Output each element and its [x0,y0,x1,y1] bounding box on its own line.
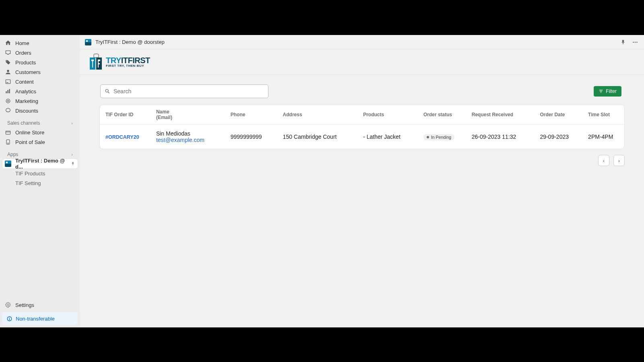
svg-point-16 [635,41,636,43]
content-icon [5,78,11,85]
sidebar-item-marketing[interactable]: Marketing [2,96,78,106]
request-received: 26-09-2023 11:32 [468,125,536,149]
status-badge: In Pending [423,134,454,140]
sidebar-item-settings[interactable]: Settings [2,300,78,310]
sidebar-item-label: Content [15,79,34,85]
sidebar-section-sales: Sales channels › [2,115,78,128]
filter-label: Filter [606,88,617,94]
orders-table-card: TIF Order ID Name (Email) Phone Address … [99,105,625,149]
app-logo: TRYITFIRST FIRST TRY, THEN BUY [88,53,636,70]
analytics-icon [5,88,11,95]
app-logo-row: TRYITFIRST FIRST TRY, THEN BUY [80,49,644,75]
svg-rect-1 [6,82,8,83]
status-text: In Pending [431,135,451,140]
section-label: Apps [7,152,18,157]
col-status: Order status [419,105,468,125]
search-icon [105,88,110,94]
toolbar: Filter [90,84,634,105]
sidebar-sub-tif-setting[interactable]: TIF Setting [2,178,78,188]
sidebar-item-label: Analytics [15,88,36,95]
svg-point-6 [7,100,8,101]
sidebar-item-label: Online Store [15,130,44,136]
sidebar-item-pos[interactable]: Point of Sale [2,137,78,147]
sidebar-item-products[interactable]: Products [2,58,78,67]
inbox-icon [5,49,11,56]
svg-point-25 [105,89,108,92]
col-name-top: Name [156,109,169,115]
svg-point-9 [8,143,8,144]
discount-icon [5,107,11,114]
pin-icon[interactable] [619,38,627,46]
target-icon [5,98,11,104]
info-icon [6,316,12,322]
page-title: TryITFirst : Demo @ doorstep [95,39,165,45]
svg-rect-2 [6,91,6,93]
col-received: Request Received [468,105,536,125]
sidebar-item-content[interactable]: Content [2,77,78,86]
sidebar-item-label: Orders [15,50,31,56]
customer-name: Sin Mediodas [156,130,223,137]
sidebar-bottom: Settings Non-transferable [0,298,80,327]
chevron-right-icon[interactable]: › [71,152,73,157]
svg-point-13 [9,317,10,317]
svg-rect-0 [6,80,10,84]
non-transferable-banner[interactable]: Non-transferable [2,312,78,325]
sidebar-item-orders[interactable]: Orders [2,48,78,58]
table-row[interactable]: #ORDCARY20 Sin Mediodas test@example.com… [100,125,624,149]
sidebar-item-label: Settings [15,302,34,308]
logo-icon [88,53,104,70]
col-name-sub: (Email) [156,115,223,120]
main: TryITFirst : Demo @ doorstep [80,35,644,327]
chevron-left-icon: ‹ [603,158,605,164]
next-page-button[interactable]: › [613,155,625,166]
svg-rect-4 [9,89,10,93]
svg-point-15 [633,41,634,43]
logo-text-1: TRY [106,56,121,65]
search-input-wrap[interactable] [100,84,268,98]
time-slot: 2PM-4PM [584,125,624,149]
svg-rect-21 [92,60,93,68]
prev-page-button[interactable]: ‹ [598,155,609,166]
order-id-link[interactable]: #ORDCARY20 [105,134,139,140]
logo-text-3: FIRST [128,56,150,65]
pagination: ‹ › [90,149,634,166]
sidebar-sub-tif-products[interactable]: TIF Products [2,169,78,178]
chevron-right-icon: › [618,158,620,164]
sidebar-item-tryitfirst[interactable]: TryITFirst : Demo @ d... [2,159,78,169]
customer-address: 150 Cambridge Court [279,125,359,149]
app-icon [5,160,11,167]
col-time-slot: Time Slot [584,105,624,125]
sidebar-item-customers[interactable]: Customers [2,67,78,77]
more-icon[interactable] [631,38,639,46]
sidebar-item-online-store[interactable]: Online Store [2,128,78,137]
tag-icon [5,59,11,66]
app-icon [85,39,91,45]
customer-email[interactable]: test@example.com [156,137,223,143]
search-input[interactable] [114,88,264,95]
col-phone: Phone [227,105,279,125]
content: Filter TIF Order ID Name (Email) Phone [80,75,644,176]
status-dot-icon [427,136,429,138]
filter-button[interactable]: Filter [594,86,621,97]
topbar: TryITFirst : Demo @ doorstep [80,35,644,49]
order-products: - Lather Jacket [359,125,419,149]
col-order-date: Order Date [536,105,584,125]
col-products: Products [359,105,419,125]
gear-icon [5,302,11,308]
sidebar-sub-label: TIF Products [15,171,45,177]
sidebar-item-label: Products [15,60,36,66]
orders-table: TIF Order ID Name (Email) Phone Address … [100,105,624,149]
pin-icon[interactable] [70,161,75,167]
svg-line-26 [108,92,109,93]
svg-point-5 [6,99,10,103]
sidebar-item-label: Home [15,40,29,46]
svg-rect-7 [6,131,10,134]
sidebar-item-home[interactable]: Home [2,38,78,48]
chevron-right-icon[interactable]: › [71,121,73,125]
sidebar-item-label: TryITFirst : Demo @ d... [15,158,66,170]
sidebar-item-label: Point of Sale [15,139,45,145]
home-icon [5,40,11,46]
sidebar-item-discounts[interactable]: Discounts [2,106,78,115]
sidebar-item-analytics[interactable]: Analytics [2,86,78,96]
col-order-id: TIF Order ID [100,105,152,125]
